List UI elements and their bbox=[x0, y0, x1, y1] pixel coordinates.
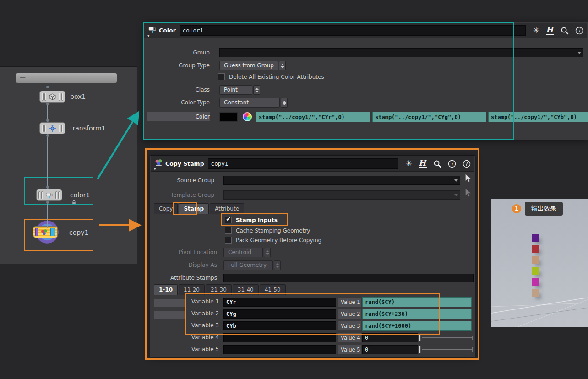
collapse-minus-icon[interactable]: — bbox=[20, 74, 26, 81]
variable-3-label: Variable 3 bbox=[150, 321, 219, 330]
color-swatch[interactable] bbox=[219, 112, 238, 122]
node-flag[interactable] bbox=[61, 93, 63, 101]
tab-stamp[interactable]: Stamp bbox=[179, 203, 209, 214]
node-flag[interactable] bbox=[38, 191, 40, 199]
color-type-label: Color Type bbox=[144, 98, 210, 108]
node-flag[interactable] bbox=[42, 93, 44, 101]
value-5-field[interactable] bbox=[362, 345, 418, 354]
range-tab-31-40[interactable]: 31-40 bbox=[233, 284, 259, 295]
stamp-inputs-label: Stamp Inputs bbox=[236, 217, 278, 224]
value-1-label: Value 1 bbox=[338, 298, 361, 307]
variable-2-name-field[interactable] bbox=[223, 309, 336, 319]
info-icon[interactable]: i bbox=[575, 27, 583, 35]
help-icon[interactable]: ? bbox=[463, 160, 471, 168]
node-name-field[interactable] bbox=[208, 158, 398, 169]
node-box1[interactable] bbox=[39, 91, 65, 103]
tab-attribute[interactable]: Attribute bbox=[210, 203, 244, 214]
class-label: Class bbox=[144, 85, 210, 95]
class-spinner[interactable] bbox=[253, 85, 260, 95]
output-caption: 输出效果 bbox=[525, 202, 563, 216]
houdini-help-icon[interactable]: H bbox=[419, 159, 427, 168]
svg-text:i: i bbox=[451, 161, 453, 167]
variable-3-name-field[interactable] bbox=[223, 321, 336, 330]
node-flag[interactable] bbox=[58, 191, 60, 199]
stamp-inputs-checkbox[interactable]: ✔ bbox=[225, 217, 232, 223]
color-b-expression-field[interactable] bbox=[488, 112, 588, 122]
delete-existing-checkbox[interactable] bbox=[218, 73, 225, 80]
value-5-slider-handle[interactable] bbox=[419, 346, 421, 353]
variable-3-ladder-handle[interactable] bbox=[154, 311, 186, 319]
value-2-field[interactable] bbox=[362, 309, 472, 319]
color-type-spinner[interactable] bbox=[281, 98, 288, 108]
node-menu-caret-icon[interactable]: ▾ bbox=[154, 167, 156, 171]
color-wheel-icon[interactable] bbox=[243, 112, 252, 121]
search-icon[interactable] bbox=[561, 27, 569, 35]
group-select-arrow-icon bbox=[463, 188, 471, 198]
range-tab-21-30[interactable]: 21-30 bbox=[206, 284, 232, 295]
group-type-spinner[interactable] bbox=[279, 61, 286, 70]
color-r-expression-field[interactable] bbox=[256, 112, 370, 122]
template-group-field[interactable] bbox=[223, 190, 460, 200]
copy-stamp-node-icon bbox=[154, 158, 163, 167]
color-node-icon bbox=[148, 25, 157, 34]
node-flag[interactable] bbox=[61, 125, 63, 132]
node-menu-caret-icon[interactable]: ▾ bbox=[147, 33, 150, 38]
source-group-label: Source Group bbox=[150, 176, 214, 185]
source-group-field[interactable] bbox=[223, 176, 460, 185]
cache-stamping-checkbox[interactable] bbox=[225, 227, 232, 234]
range-tab-41-50[interactable]: 41-50 bbox=[260, 284, 286, 295]
node-type-label: Copy Stamp bbox=[165, 160, 204, 167]
value-4-field[interactable] bbox=[362, 333, 418, 342]
class-menu[interactable]: Point bbox=[219, 85, 252, 95]
node-transform1[interactable] bbox=[39, 122, 65, 134]
info-icon[interactable]: i bbox=[448, 160, 456, 168]
network-editor[interactable]: — box1 transform1 bbox=[0, 66, 137, 264]
attribute-stamps-field[interactable] bbox=[223, 274, 474, 282]
network-box-header[interactable]: — bbox=[16, 73, 117, 83]
variable-5-name-field[interactable] bbox=[223, 345, 336, 354]
node-name-field[interactable] bbox=[180, 25, 526, 36]
node-copy1[interactable] bbox=[33, 226, 58, 238]
value-5-slider-track[interactable] bbox=[422, 349, 472, 350]
group-select-arrow-icon[interactable] bbox=[463, 173, 471, 183]
node-flag[interactable] bbox=[42, 125, 44, 132]
variable-2-ladder-handle[interactable] bbox=[154, 299, 186, 307]
chevron-down-icon[interactable] bbox=[577, 52, 581, 54]
node-flag[interactable] bbox=[44, 125, 46, 132]
group-type-menu[interactable]: Guess from Group bbox=[219, 61, 278, 70]
color-type-menu[interactable]: Constant bbox=[219, 98, 280, 108]
chevron-down-icon[interactable] bbox=[454, 179, 458, 182]
pivot-location-menu[interactable]: Centroid bbox=[223, 248, 263, 257]
range-tab-11-20[interactable]: 11-20 bbox=[179, 284, 205, 295]
group-field[interactable] bbox=[219, 48, 583, 57]
value-3-field[interactable] bbox=[362, 321, 472, 331]
node-flag[interactable] bbox=[44, 93, 46, 101]
variable-1-name-field[interactable] bbox=[223, 298, 336, 307]
gear-icon[interactable]: ✳ bbox=[533, 27, 539, 34]
pivot-location-label: Pivot Location bbox=[150, 248, 217, 257]
value-4-slider-handle[interactable] bbox=[419, 334, 421, 341]
node-flag[interactable] bbox=[59, 125, 60, 132]
node-flag[interactable] bbox=[41, 191, 43, 199]
houdini-help-icon[interactable]: H bbox=[546, 26, 554, 35]
tab-copy[interactable]: Copy bbox=[154, 203, 178, 214]
node-flag[interactable] bbox=[50, 228, 55, 236]
node-flag[interactable] bbox=[35, 228, 38, 236]
pack-geometry-checkbox[interactable] bbox=[225, 237, 232, 244]
pivot-location-spinner bbox=[264, 248, 271, 257]
value-4-slider-track[interactable] bbox=[422, 337, 472, 338]
node-flag[interactable] bbox=[55, 191, 57, 199]
value-1-field[interactable] bbox=[362, 297, 472, 307]
range-tab-1-10[interactable]: 1-10 bbox=[154, 284, 178, 295]
copy-stamp-parameter-panel: ▾ Copy Stamp ✳ H i ? bbox=[150, 155, 475, 357]
parameter-tabs: Copy Stamp Attribute bbox=[151, 203, 474, 214]
color-g-expression-field[interactable] bbox=[372, 112, 486, 122]
gear-icon[interactable]: ✳ bbox=[406, 160, 412, 168]
variable-4-name-field[interactable] bbox=[223, 333, 336, 342]
node-flag[interactable] bbox=[59, 93, 60, 101]
copy-stamp-node-icon bbox=[40, 228, 48, 236]
node-color1[interactable] bbox=[36, 189, 62, 201]
display-as-menu[interactable]: Full Geometry bbox=[223, 260, 273, 270]
annotation-badge: 1 bbox=[512, 204, 521, 213]
search-icon[interactable] bbox=[433, 160, 441, 168]
